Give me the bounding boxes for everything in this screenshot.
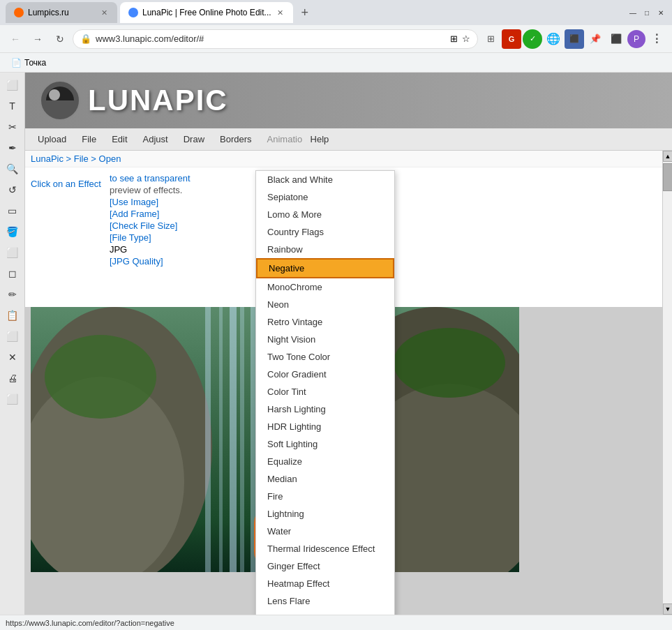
menu-item-two-tone-color[interactable]: Two Tone Color [256, 348, 394, 366]
status-bar: https://www3.lunapic.com/editor/?action=… [0, 615, 672, 630]
menu-item-thermal-iridescence-effect[interactable]: Thermal Iridescence Effect [256, 540, 394, 557]
nav-draw[interactable]: Draw [177, 131, 211, 147]
sidebar-tool-extra[interactable]: ⬜ [3, 389, 22, 409]
scroll-thumb[interactable] [663, 163, 672, 191]
menu-item-night-vision[interactable]: Night Vision [256, 331, 394, 348]
svg-rect-7 [230, 307, 237, 572]
addon6-button[interactable]: ⬛ [606, 29, 626, 49]
maximize-button[interactable]: □ [641, 7, 652, 18]
nav-animation[interactable]: Animation [260, 131, 302, 147]
menu-item-emboss[interactable]: Emboss [256, 610, 394, 615]
close-button[interactable]: ✕ [655, 7, 666, 18]
nav-adjust[interactable]: Adjust [136, 131, 175, 147]
address-text: www3.lunapic.com/editor/# [96, 33, 446, 44]
menu-item-monochrome[interactable]: MonoChrome [256, 278, 394, 296]
extensions-button[interactable]: ⊞ [481, 29, 500, 49]
bookmark-star-icon[interactable]: ☆ [462, 33, 470, 44]
sidebar-tool-print[interactable]: 🖨 [3, 368, 22, 388]
menu-items-container: Black and WhiteSepiatoneLomo & MoreCount… [256, 171, 394, 615]
menu-item-equalize[interactable]: Equalize [256, 453, 394, 470]
menu-item-retro-vintage[interactable]: Retro Vintage [256, 313, 394, 331]
tab-lunapic-label: LunaPic | Free Online Photo Edit... [142, 8, 271, 17]
scroll-up-button[interactable]: ▲ [663, 151, 672, 162]
menu-item-water[interactable]: Water [256, 523, 394, 540]
menu-item-hdr-lighting[interactable]: HDR Lighting [256, 418, 394, 435]
tab-lumpics[interactable]: Lumpics.ru ✕ [6, 2, 117, 23]
menu-item-heatmap-effect[interactable]: Heatmap Effect [256, 575, 394, 592]
tab-lunapic-close[interactable]: ✕ [276, 7, 285, 19]
scroll-track[interactable] [663, 162, 672, 603]
address-bar[interactable]: 🔒 www3.lunapic.com/editor/# ⊞ ☆ [73, 29, 478, 49]
profile-avatar[interactable]: P [627, 30, 645, 48]
menu-item-fire[interactable]: Fire [256, 488, 394, 505]
nav-edit[interactable]: Edit [105, 131, 134, 147]
scrollbar-right: ▲ ▼ [662, 151, 672, 615]
page-content: ⬜ T ✂ ✒ 🔍 ↺ ▭ 🪣 ⬜ ◻ ✏ 📋 ⬜ ✕ 🖨 ⬜ LUNAPIC … [0, 73, 672, 615]
sidebar-tool-select[interactable]: ⬜ [3, 75, 22, 95]
svg-point-1 [49, 89, 60, 100]
sidebar-tool-rect[interactable]: ▭ [3, 201, 22, 220]
menu-item-color-tint[interactable]: Color Tint [256, 383, 394, 400]
sidebar-tool-rotate[interactable]: ↺ [3, 180, 22, 200]
menu-item-lens-flare[interactable]: Lens Flare [256, 592, 394, 610]
menu-item-country-flags[interactable]: Country Flags [256, 223, 394, 241]
nav-file[interactable]: File [75, 131, 103, 147]
bookmark-favicon: 📄 [11, 58, 22, 68]
dropdown-menu: Black and WhiteSepiatoneLomo & MoreCount… [255, 170, 395, 615]
bookmark-tochka[interactable]: 📄 Точка [6, 57, 52, 69]
addon3-button[interactable]: 🌐 [544, 29, 563, 49]
editor-workspace: LunaPic > File > Open Click on an Effect… [25, 151, 662, 615]
menu-item-black-and-white[interactable]: Black and White [256, 171, 394, 188]
svg-rect-6 [219, 307, 223, 572]
menu-item-lomo-&-more[interactable]: Lomo & More [256, 206, 394, 223]
tab-lunapic[interactable]: LunaPic | Free Online Photo Edit... ✕ [120, 2, 293, 23]
menu-item-harsh-lighting[interactable]: Harsh Lighting [256, 400, 394, 418]
sidebar-tool-zoom[interactable]: 🔍 [3, 159, 22, 179]
status-url: https://www3.lunapic.com/editor/?action=… [6, 619, 174, 627]
translate-icon: ⊞ [450, 33, 458, 44]
sidebar-tool-scissors[interactable]: ✂ [3, 117, 22, 137]
menu-button[interactable]: ⋮ [647, 29, 666, 49]
reload-button[interactable]: ↻ [50, 29, 70, 49]
sidebar-tool-pencil[interactable]: ✏ [3, 285, 22, 304]
scroll-down-button[interactable]: ▼ [663, 603, 672, 615]
info-left: Click on an Effect [31, 173, 101, 301]
menu-item-neon[interactable]: Neon [256, 296, 394, 313]
menu-item-negative[interactable]: Negative [256, 258, 394, 278]
sidebar-tool-close[interactable]: ✕ [3, 347, 22, 367]
sidebar-tool-eraser[interactable]: ◻ [3, 264, 22, 283]
sidebar-tool-stamp[interactable]: ⬜ [3, 243, 22, 262]
addon4-button[interactable]: ⬛ [565, 29, 584, 49]
menu-item-sepiatone[interactable]: Sepiatone [256, 188, 394, 206]
toolbar-icons: ⊞ G ✓ 🌐 ⬛ 📌 ⬛ P ⋮ [481, 29, 666, 49]
addon1-button[interactable]: G [502, 29, 521, 49]
menu-item-median[interactable]: Median [256, 470, 394, 488]
lunapic-logo-text: LUNAPIC [88, 84, 228, 117]
sidebar-tool-clone[interactable]: 📋 [3, 306, 22, 325]
back-button[interactable]: ← [6, 29, 25, 49]
menu-item-ginger-effect[interactable]: Ginger Effect [256, 557, 394, 575]
nav-help[interactable]: Help [304, 131, 336, 147]
menu-item-color-gradient[interactable]: Color Gradient [256, 366, 394, 383]
menu-item-soft-lighting[interactable]: Soft Lighting [256, 435, 394, 453]
addon2-button[interactable]: ✓ [523, 29, 542, 49]
sidebar-tool-pen[interactable]: ✒ [3, 138, 22, 158]
sidebar-tool-text[interactable]: T [3, 96, 22, 116]
sidebar-tool-fill[interactable]: 🪣 [3, 222, 22, 241]
nav-borders[interactable]: Borders [213, 131, 259, 147]
main-area: LUNAPIC Upload File Edit Adjust Draw Bor… [25, 73, 672, 615]
new-tab-button[interactable]: + [296, 6, 315, 20]
tab-lumpics-favicon [14, 8, 24, 17]
sidebar: ⬜ T ✂ ✒ 🔍 ↺ ▭ 🪣 ⬜ ◻ ✏ 📋 ⬜ ✕ 🖨 ⬜ [0, 73, 25, 615]
sidebar-tool-layer[interactable]: ⬜ [3, 327, 22, 346]
lunapic-header: LUNAPIC [25, 73, 672, 128]
breadcrumb-text: LunaPic > File > Open [31, 153, 121, 164]
addon5-button[interactable]: 📌 [585, 29, 605, 49]
nav-upload[interactable]: Upload [31, 131, 73, 147]
minimize-button[interactable]: — [627, 7, 639, 18]
forward-button[interactable]: → [28, 29, 47, 49]
menu-item-rainbow[interactable]: Rainbow [256, 241, 394, 258]
tab-lumpics-close[interactable]: ✕ [100, 7, 109, 19]
menu-item-lightning[interactable]: Lightning [256, 505, 394, 523]
svg-point-12 [45, 335, 156, 419]
